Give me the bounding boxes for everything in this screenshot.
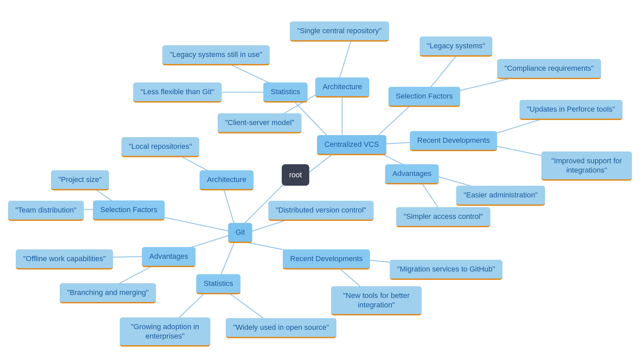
git-distributed-label: "Distributed version control" bbox=[276, 206, 366, 214]
cvcs-architecture-node[interactable]: Architecture bbox=[315, 77, 369, 98]
cvcs-integrations-label: "Improved support for integrations" bbox=[551, 157, 622, 174]
cvcs-perforce-node[interactable]: "Updates in Perforce tools" bbox=[520, 100, 623, 120]
git-offline-label: "Offline work capabilities" bbox=[23, 254, 106, 263]
cvcs-easier-admin-label: "Easier administration" bbox=[464, 191, 538, 199]
cvcs-client-server-label: "Client-server model" bbox=[225, 118, 294, 127]
git-branching-label: "Branching and merging" bbox=[67, 288, 149, 297]
git-growing-label: "Growing adoption in enterprises" bbox=[131, 322, 199, 340]
svg-line-22 bbox=[339, 37, 352, 80]
git-team-dist-node[interactable]: "Team distribution" bbox=[8, 201, 84, 221]
git-recent-label: Recent Developments bbox=[290, 254, 363, 263]
cvcs-label: Centralized VCS bbox=[324, 140, 379, 148]
cvcs-advantages-label: Advantages bbox=[392, 169, 431, 178]
cvcs-compliance-label: "Compliance requirements" bbox=[504, 64, 594, 72]
cvcs-node[interactable]: Centralized VCS bbox=[317, 135, 386, 155]
git-migration-label: "Migration services to GitHub" bbox=[397, 265, 495, 273]
mindmap-canvas: root Git Architecture "Local repositorie… bbox=[0, 0, 644, 362]
git-label: Git bbox=[235, 228, 245, 236]
git-opensource-label: "Widely used in open source" bbox=[233, 323, 329, 331]
cvcs-compliance-node[interactable]: "Compliance requirements" bbox=[497, 59, 601, 79]
git-migration-node[interactable]: "Migration services to GitHub" bbox=[390, 260, 502, 280]
svg-line-26 bbox=[429, 52, 460, 89]
cvcs-recent-label: Recent Developments bbox=[417, 136, 490, 144]
git-distributed-node[interactable]: "Distributed version control" bbox=[268, 201, 374, 221]
git-selection-node[interactable]: Selection Factors bbox=[93, 200, 165, 221]
git-statistics-label: Statistics bbox=[204, 279, 233, 288]
git-local-repos-label: "Local repositories" bbox=[129, 142, 192, 150]
git-statistics-node[interactable]: Statistics bbox=[196, 274, 240, 294]
cvcs-recent-node[interactable]: Recent Developments bbox=[410, 131, 497, 151]
git-team-dist-label: "Team distribution" bbox=[15, 206, 76, 214]
cvcs-less-flexible-node[interactable]: "Less flexible than Git" bbox=[133, 82, 222, 103]
cvcs-selection-label: Selection Factors bbox=[396, 92, 453, 100]
git-advantages-label: Advantages bbox=[149, 252, 188, 260]
git-recent-node[interactable]: Recent Developments bbox=[283, 249, 370, 269]
git-branching-node[interactable]: "Branching and merging" bbox=[60, 283, 156, 303]
cvcs-client-server-node[interactable]: "Client-server model" bbox=[218, 113, 302, 133]
git-project-size-label: "Project size" bbox=[58, 175, 102, 184]
git-local-repos-node[interactable]: "Local repositories" bbox=[121, 137, 199, 157]
cvcs-easier-admin-node[interactable]: "Easier administration" bbox=[456, 186, 545, 206]
root-node[interactable]: root bbox=[282, 164, 309, 186]
cvcs-perforce-label: "Updates in Perforce tools" bbox=[527, 105, 615, 113]
git-advantages-node[interactable]: Advantages bbox=[142, 247, 196, 267]
cvcs-selection-node[interactable]: Selection Factors bbox=[388, 87, 460, 107]
root-label: root bbox=[289, 171, 302, 179]
cvcs-legacy-use-label: "Legacy systems still in use" bbox=[170, 50, 262, 59]
cvcs-legacy-node[interactable]: "Legacy systems" bbox=[420, 37, 492, 57]
cvcs-simpler-access-node[interactable]: "Simpler access control" bbox=[396, 207, 490, 227]
git-project-size-node[interactable]: "Project size" bbox=[51, 170, 109, 190]
git-selection-label: Selection Factors bbox=[100, 205, 157, 214]
git-newtools-node[interactable]: "New tools for better integration" bbox=[331, 286, 422, 315]
cvcs-legacy-label: "Legacy systems" bbox=[427, 42, 485, 50]
git-architecture-node[interactable]: Architecture bbox=[200, 170, 254, 190]
git-node[interactable]: Git bbox=[228, 223, 252, 243]
git-growing-node[interactable]: "Growing adoption in enterprises" bbox=[120, 317, 210, 347]
cvcs-statistics-label: Statistics bbox=[271, 87, 300, 96]
git-architecture-label: Architecture bbox=[207, 175, 246, 184]
cvcs-simpler-access-label: "Simpler access control" bbox=[404, 212, 483, 221]
git-opensource-node[interactable]: "Widely used in open source" bbox=[226, 318, 336, 338]
cvcs-architecture-label: Architecture bbox=[323, 82, 362, 91]
cvcs-legacy-use-node[interactable]: "Legacy systems still in use" bbox=[162, 45, 270, 65]
cvcs-statistics-node[interactable]: Statistics bbox=[263, 82, 308, 103]
cvcs-single-repo-node[interactable]: "Single central repository" bbox=[290, 21, 389, 42]
git-offline-node[interactable]: "Offline work capabilities" bbox=[16, 249, 113, 269]
cvcs-advantages-node[interactable]: Advantages bbox=[385, 164, 439, 184]
git-newtools-label: "New tools for better integration" bbox=[343, 291, 410, 309]
cvcs-single-repo-label: "Single central repository" bbox=[297, 26, 382, 35]
cvcs-less-flexible-label: "Less flexible than Git" bbox=[141, 87, 214, 96]
cvcs-integrations-node[interactable]: "Improved support for integrations" bbox=[541, 152, 632, 181]
